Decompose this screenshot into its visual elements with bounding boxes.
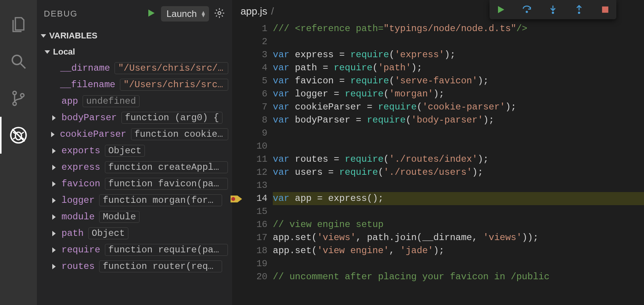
chevron-down-icon [41, 34, 46, 38]
variables-section-header[interactable]: VARIABLES [37, 28, 232, 44]
activity-debug[interactable] [0, 117, 37, 154]
variable-value: function morgan(format, opt… [99, 194, 222, 206]
variable-row[interactable]: pathObject [37, 225, 232, 242]
variable-row[interactable]: exportsObject [37, 143, 232, 159]
editor: app.js / 1234567891011121314151617181920… [232, 0, 644, 305]
variable-value: "/Users/chris/src/myExp… [115, 62, 228, 74]
variable-name: path [61, 228, 84, 239]
variables-list: __dirname"/Users/chris/src/myExp…__filen… [37, 60, 232, 305]
variables-section-label: VARIABLES [49, 31, 98, 41]
debug-header: DEBUG Launch ▲▼ [37, 0, 232, 28]
variable-row[interactable]: appundefined [37, 93, 232, 109]
code-line[interactable]: var users = require('./routes/users'); [273, 166, 644, 179]
code-line[interactable] [273, 205, 644, 218]
code-line[interactable]: // uncomment after placing your favicon … [273, 270, 644, 283]
svg-point-14 [526, 11, 528, 13]
continue-icon [495, 4, 506, 15]
variable-row[interactable]: faviconfunction favicon(path, opt… [37, 176, 232, 192]
chevron-right-icon [51, 264, 57, 269]
variable-value: function require(path) { [105, 244, 228, 256]
debug-title: DEBUG [44, 9, 141, 19]
variable-row[interactable]: __filename"/Users/chris/src/myExp… [37, 76, 232, 93]
code-line[interactable]: var bodyParser = require('body-parser'); [273, 114, 644, 127]
code-line[interactable]: var app = express(); [273, 192, 644, 205]
variable-row[interactable]: loggerfunction morgan(format, opt… [37, 192, 232, 209]
code-line[interactable]: var logger = require('morgan'); [273, 88, 644, 101]
variable-name: cookieParser [60, 129, 126, 139]
code-line[interactable] [273, 257, 644, 270]
variable-value: Object [105, 145, 145, 157]
variable-name: logger [61, 195, 95, 206]
activity-git[interactable] [0, 80, 37, 117]
code-line[interactable] [273, 140, 644, 153]
stop-button[interactable] [599, 3, 612, 16]
line-number: 1 [243, 22, 267, 35]
variable-row[interactable]: bodyParserfunction (arg0) { [37, 109, 232, 126]
code-line[interactable]: var path = require('path'); [273, 61, 644, 75]
start-debug-button[interactable] [146, 8, 156, 20]
chevron-right-icon [51, 198, 57, 203]
debug-config-select[interactable]: Launch ▲▼ [161, 6, 209, 22]
line-number: 2 [243, 35, 267, 48]
line-number: 16 [243, 218, 267, 231]
code-line[interactable]: var favicon = require('serve-favicon'); [273, 75, 644, 88]
variable-row[interactable]: routesfunction router(req, res, n… [37, 258, 232, 275]
line-number: 8 [243, 114, 267, 127]
scope-local-label: Local [53, 47, 75, 57]
stop-icon [600, 4, 611, 15]
debug-toolbar [490, 0, 616, 19]
code-line[interactable] [273, 35, 644, 48]
variable-row[interactable]: expressfunction createApplication… [37, 159, 232, 176]
svg-point-16 [552, 12, 554, 14]
breadcrumb-separator: / [271, 5, 274, 17]
editor-tab-filename[interactable]: app.js [241, 5, 267, 17]
continue-button[interactable] [494, 3, 507, 16]
step-out-button[interactable] [573, 3, 586, 16]
debug-icon [9, 126, 28, 144]
svg-point-4 [21, 94, 24, 97]
chevron-right-icon [51, 115, 57, 121]
variable-name: __dirname [60, 63, 110, 73]
debug-config-label: Launch [166, 8, 197, 19]
line-number: 13 [243, 179, 267, 192]
code-line[interactable]: app.set('view engine', 'jade'); [273, 244, 644, 257]
variable-value: "/Users/chris/src/myExp… [120, 79, 228, 91]
svg-rect-19 [602, 7, 608, 13]
code-line[interactable]: // view engine setup [273, 218, 644, 231]
git-branch-icon [9, 89, 28, 108]
code-line[interactable]: /// <reference path="typings/node/node.d… [273, 22, 644, 35]
scope-local-header[interactable]: Local [37, 44, 232, 60]
step-into-button[interactable] [546, 3, 559, 16]
debug-settings-button[interactable] [214, 7, 225, 20]
step-over-icon [521, 4, 532, 15]
line-number: 19 [243, 257, 267, 270]
line-number: 3 [243, 48, 267, 61]
step-into-icon [548, 4, 558, 15]
code-line[interactable] [273, 127, 644, 140]
activity-search[interactable] [0, 43, 37, 80]
debug-sidebar: DEBUG Launch ▲▼ VARIABLES Local __dirnam… [37, 0, 232, 305]
code-area[interactable]: 1234567891011121314151617181920 /// <ref… [232, 22, 644, 305]
svg-point-18 [578, 12, 580, 14]
variable-row[interactable]: requirefunction require(path) { [37, 242, 232, 258]
svg-point-13 [231, 197, 235, 201]
glyph-margin[interactable] [232, 22, 243, 283]
code-line[interactable]: app.set('views', path.join(__dirname, 'v… [273, 231, 644, 244]
code-line[interactable]: var express = require('express'); [273, 48, 644, 61]
variable-value: undefined [83, 95, 139, 107]
variable-value: function router(req, res, n… [99, 260, 222, 272]
chevron-right-icon [51, 214, 57, 220]
variable-row[interactable]: moduleModule [37, 209, 232, 225]
variable-row[interactable]: cookieParserfunction cookieParser… [37, 126, 232, 143]
variable-name: module [61, 212, 95, 222]
step-over-button[interactable] [520, 3, 533, 16]
variable-row[interactable]: __dirname"/Users/chris/src/myExp… [37, 60, 232, 76]
code-line[interactable] [273, 179, 644, 192]
code-content[interactable]: /// <reference path="typings/node/node.d… [273, 22, 644, 305]
line-number: 17 [243, 231, 267, 244]
code-line[interactable]: var cookieParser = require('cookie-parse… [273, 101, 644, 114]
line-number: 4 [243, 61, 267, 75]
code-line[interactable]: var routes = require('./routes/index'); [273, 153, 644, 166]
activity-explorer[interactable] [0, 6, 37, 43]
svg-point-12 [218, 12, 221, 15]
